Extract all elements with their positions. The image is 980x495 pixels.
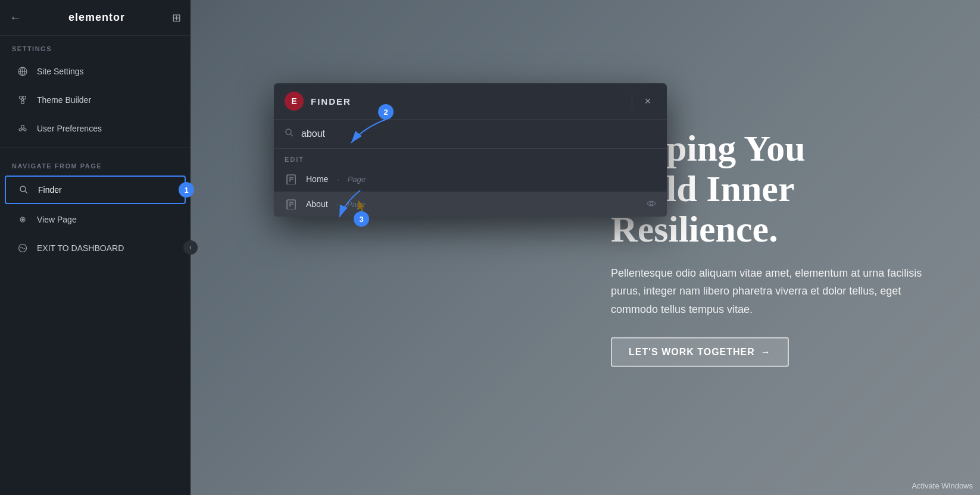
finder-results-label: EDIT (274, 149, 667, 167)
sidebar-item-site-settings[interactable]: Site Settings (5, 58, 186, 84)
settings-section-label: SETTINGS (0, 36, 191, 57)
svg-line-8 (23, 99, 24, 101)
sidebar-item-theme-builder[interactable]: Theme Builder (5, 87, 186, 113)
grid-icon: ⊞ (172, 12, 181, 24)
user-preferences-icon (17, 123, 29, 134)
about-result-type: Page (347, 200, 365, 209)
sidebar-divider (0, 148, 191, 148)
exit-dashboard-label: EXIT TO DASHBOARD (37, 243, 124, 253)
page-icon-home (285, 173, 298, 186)
theme-builder-icon (17, 94, 29, 106)
finder-header: E FINDER × (274, 83, 667, 120)
svg-point-10 (19, 129, 21, 131)
theme-builder-label: Theme Builder (37, 95, 91, 105)
finder-search-row (274, 120, 667, 149)
finder-result-about[interactable]: About - Page (274, 192, 667, 217)
sidebar-item-exit-dashboard[interactable]: EXIT TO DASHBOARD (5, 235, 186, 261)
view-page-label: View Page (37, 215, 77, 224)
back-arrow-icon: ← (10, 11, 21, 24)
svg-point-18 (286, 129, 291, 134)
finder-logo: E (285, 92, 304, 111)
sidebar-collapse-button[interactable]: ‹ (183, 240, 198, 255)
svg-point-4 (20, 96, 23, 99)
finder-search-input[interactable] (301, 129, 656, 139)
sidebar-item-view-page[interactable]: View Page (5, 206, 186, 233)
svg-point-28 (650, 202, 653, 205)
finder-modal: E FINDER × EDIT Home - Page (274, 83, 667, 217)
collapse-arrow-icon: ‹ (189, 243, 192, 252)
svg-point-5 (23, 96, 26, 99)
sidebar-header: ← elementor ⊞ (0, 0, 191, 36)
home-result-type: Page (348, 175, 366, 184)
user-preferences-label: User Preferences (37, 124, 102, 133)
finder-result-home[interactable]: Home - Page (274, 167, 667, 192)
grid-button[interactable]: ⊞ (172, 11, 181, 24)
svg-line-19 (291, 134, 293, 136)
svg-point-16 (22, 219, 24, 221)
finder-close-button[interactable]: × (639, 93, 656, 109)
home-result-separator: - (336, 175, 339, 184)
globe-icon (17, 65, 29, 77)
view-page-icon (17, 214, 29, 225)
sidebar-item-finder[interactable]: Finder (5, 176, 186, 204)
sidebar-item-user-preferences[interactable]: User Preferences (5, 115, 186, 142)
page-icon-about (285, 198, 298, 211)
hero-subtext: Pellentesque odio aliquam vitae amet, el… (611, 264, 944, 318)
hero-cta-button[interactable]: LET'S WORK TOGETHER → (611, 337, 789, 367)
annotation-badge-1: 1 (179, 182, 194, 198)
wordpress-icon (17, 242, 29, 254)
sidebar-back-button[interactable]: ← (10, 11, 21, 24)
about-result-name: About (306, 199, 328, 209)
finder-header-divider (632, 95, 632, 107)
elementor-logo: elementor (21, 11, 172, 24)
site-settings-label: Site Settings (37, 67, 84, 76)
annotation-badge-2: 2 (378, 104, 394, 120)
svg-line-7 (21, 99, 23, 101)
svg-rect-20 (287, 175, 295, 184)
svg-point-9 (21, 126, 24, 129)
about-result-separator: - (336, 200, 339, 209)
svg-rect-24 (287, 200, 295, 209)
finder-search-icon-input (285, 128, 294, 140)
svg-point-13 (20, 186, 26, 192)
home-result-name: Home (306, 174, 328, 184)
activate-windows-label: Activate Windows (912, 481, 973, 490)
finder-title: FINDER (311, 96, 625, 106)
finder-label: Finder (38, 185, 62, 195)
svg-point-6 (21, 101, 24, 104)
hero-content: Helping You Build Inner Resilience. Pell… (191, 0, 980, 495)
finder-search-icon (18, 184, 30, 196)
sidebar: ← elementor ⊞ SETTINGS Site Settings (0, 0, 191, 495)
svg-line-14 (25, 191, 27, 193)
annotation-badge-3: 3 (354, 211, 369, 227)
navigate-section-label: NAVIGATE FROM PAGE (0, 153, 191, 174)
svg-point-11 (24, 129, 26, 131)
view-eye-icon[interactable] (647, 199, 656, 209)
